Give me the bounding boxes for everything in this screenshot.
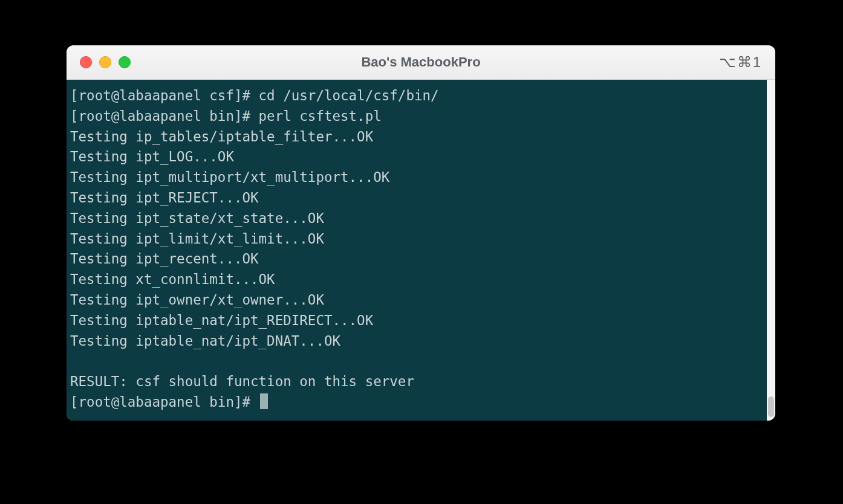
minimize-button[interactable] [99,56,111,68]
window-title: Bao's MacbookPro [67,54,775,70]
window-controls [80,56,131,68]
zoom-button[interactable] [119,56,131,68]
terminal-line: Testing ipt_multiport/xt_multiport...OK [70,167,763,188]
scrollbar-track[interactable] [767,80,775,421]
terminal-prompt-line[interactable]: [root@labaapanel bin]# [70,392,763,413]
close-button[interactable] [80,56,92,68]
terminal-line: Testing xt_connlimit...OK [70,270,763,290]
terminal-cursor [260,393,268,409]
terminal-body-wrap: [root@labaapanel csf]# cd /usr/local/csf… [67,80,775,421]
terminal-line: Testing ipt_state/xt_state...OK [70,208,763,229]
terminal-line: Testing iptable_nat/ipt_REDIRECT...OK [70,311,763,331]
terminal-line [70,351,763,372]
window-shortcut: ⌥⌘1 [719,54,762,71]
terminal-line: RESULT: csf should function on this serv… [70,372,763,392]
terminal-line: Testing iptable_nat/ipt_DNAT...OK [70,331,763,352]
titlebar: Bao's MacbookPro ⌥⌘1 [67,45,775,80]
terminal-line: Testing ip_tables/iptable_filter...OK [70,127,763,147]
terminal-line: Testing ipt_limit/xt_limit...OK [70,229,763,250]
terminal-line: Testing ipt_recent...OK [70,249,763,270]
terminal-line: [root@labaapanel bin]# perl csftest.pl [70,106,763,127]
terminal-window: Bao's MacbookPro ⌥⌘1 [root@labaapanel cs… [67,45,775,421]
terminal-line: Testing ipt_LOG...OK [70,147,763,167]
terminal-output[interactable]: [root@labaapanel csf]# cd /usr/local/csf… [67,80,767,421]
terminal-line: Testing ipt_REJECT...OK [70,188,763,208]
terminal-prompt: [root@labaapanel bin]# [70,394,259,410]
terminal-line: Testing ipt_owner/xt_owner...OK [70,290,763,311]
terminal-line: [root@labaapanel csf]# cd /usr/local/csf… [70,86,763,106]
scrollbar-thumb[interactable] [768,396,774,417]
